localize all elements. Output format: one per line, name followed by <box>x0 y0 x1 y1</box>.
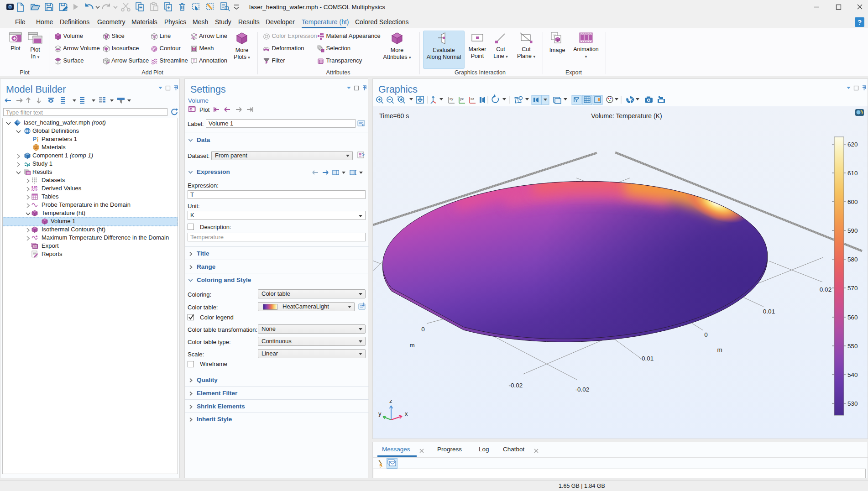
svg-text:-0.02: -0.02 <box>509 382 523 389</box>
svg-text:570: 570 <box>847 285 858 292</box>
svg-text:590: 590 <box>847 227 858 234</box>
svg-text:0.01: 0.01 <box>763 308 775 315</box>
svg-text:y: y <box>378 410 382 417</box>
svg-text:yz: yz <box>460 97 464 101</box>
svg-text:IMG: IMG <box>34 245 38 248</box>
svg-text:z: z <box>389 397 392 404</box>
svg-text:-0.01: -0.01 <box>640 355 654 362</box>
svg-text:xz: xz <box>471 97 474 101</box>
svg-text:m: m <box>717 346 722 353</box>
svg-text:540: 540 <box>847 371 858 378</box>
svg-text:0: 0 <box>704 331 708 338</box>
svg-text:x: x <box>405 410 408 417</box>
svg-text:e-12: e-12 <box>31 188 37 192</box>
svg-text:560: 560 <box>847 314 858 321</box>
svg-text:620: 620 <box>847 141 858 148</box>
svg-text:610: 610 <box>847 170 858 177</box>
svg-text:-0.02: -0.02 <box>575 386 590 393</box>
svg-text:P: P <box>33 136 37 142</box>
svg-text:530: 530 <box>847 400 858 407</box>
svg-text:550: 550 <box>847 343 858 350</box>
svg-text:xy: xy <box>450 97 453 101</box>
svg-text:0: 0 <box>421 326 425 333</box>
svg-text:600: 600 <box>847 198 858 205</box>
svg-text:0.02: 0.02 <box>820 286 831 293</box>
svg-text:m: m <box>409 342 414 349</box>
svg-text:580: 580 <box>847 256 858 263</box>
